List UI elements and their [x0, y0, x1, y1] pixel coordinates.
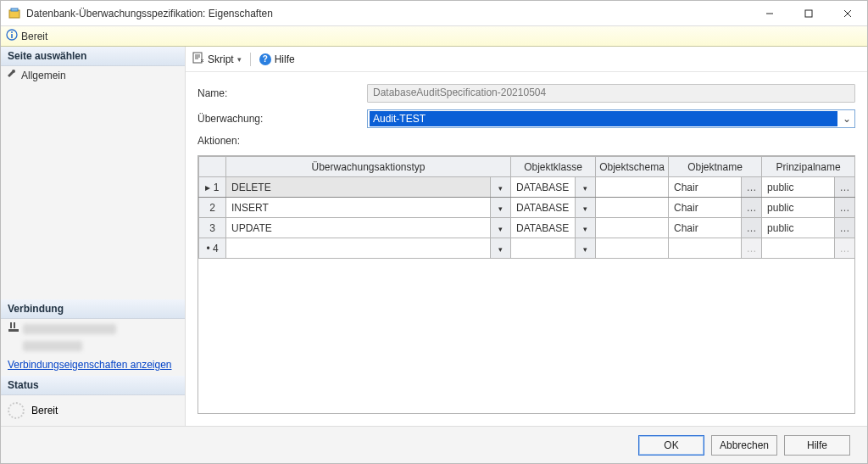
- chevron-down-icon: ▾: [498, 184, 503, 193]
- dropdown-arrow[interactable]: ▾: [491, 238, 511, 259]
- connection-info: x: [1, 319, 185, 338]
- object-class-cell[interactable]: [511, 238, 575, 258]
- name-label: Name:: [198, 87, 367, 99]
- status-spinner-icon: [8, 402, 25, 419]
- object-class-cell[interactable]: DATABASE: [511, 177, 575, 197]
- ellipsis-button[interactable]: …: [742, 218, 762, 238]
- ellipsis-button[interactable]: …: [835, 218, 855, 238]
- svg-rect-11: [14, 322, 15, 328]
- dropdown-arrow[interactable]: ▾: [576, 238, 596, 259]
- ellipsis-button[interactable]: …: [835, 198, 855, 218]
- dropdown-arrow[interactable]: ▾: [576, 218, 596, 238]
- ready-text: Bereit: [21, 31, 47, 42]
- ellipsis-button[interactable]: …: [835, 177, 855, 198]
- server-name-redacted: x: [23, 324, 116, 334]
- dropdown-arrow[interactable]: ▾: [491, 177, 511, 198]
- name-field: DatabaseAuditSpecification-20210504: [367, 84, 855, 103]
- table-row[interactable]: 3UPDATE▾DATABASE▾Chair…public…: [199, 218, 855, 238]
- help-button-footer[interactable]: Hilfe: [784, 435, 850, 456]
- action-type-cell[interactable]: UPDATE: [226, 218, 490, 238]
- wrench-icon: [8, 69, 18, 81]
- action-type-cell[interactable]: INSERT: [226, 198, 490, 217]
- sidebar-item-general[interactable]: Allgemein: [1, 66, 185, 84]
- close-button[interactable]: [828, 1, 867, 25]
- toolbar-divider: [250, 53, 251, 66]
- connection-user: x: [1, 338, 185, 354]
- object-class-cell[interactable]: DATABASE: [511, 218, 575, 238]
- row-header[interactable]: 3: [199, 218, 226, 238]
- principal-name-cell[interactable]: [762, 238, 834, 258]
- principal-name-cell[interactable]: public: [762, 198, 834, 217]
- svg-rect-10: [10, 322, 12, 328]
- svg-rect-9: [8, 329, 19, 332]
- script-label: Skript: [208, 53, 234, 65]
- row-header-blank: [199, 157, 226, 177]
- col-principal-name[interactable]: Prinzipalname: [762, 157, 855, 177]
- object-schema-cell[interactable]: [596, 177, 668, 197]
- table-row[interactable]: ▸ 1DELETE▾DATABASE▾Chair…public…: [199, 177, 855, 198]
- actions-label: Aktionen:: [198, 135, 367, 147]
- principal-name-cell[interactable]: public: [762, 218, 834, 238]
- chevron-down-icon[interactable]: ⌄: [839, 113, 854, 125]
- ok-button[interactable]: OK: [638, 435, 704, 456]
- chevron-down-icon: ▾: [583, 184, 587, 193]
- col-object-name[interactable]: Objektname: [669, 157, 762, 177]
- svg-point-7: [11, 31, 13, 33]
- action-type-cell[interactable]: DELETE: [226, 177, 490, 197]
- object-name-cell[interactable]: Chair: [669, 198, 741, 217]
- cancel-button[interactable]: Abbrechen: [711, 435, 777, 456]
- ellipsis-button[interactable]: …: [742, 198, 762, 218]
- dropdown-arrow[interactable]: ▾: [491, 218, 511, 238]
- object-schema-cell[interactable]: [596, 238, 668, 258]
- object-schema-cell[interactable]: [596, 218, 668, 238]
- actions-grid[interactable]: Überwachungsaktionstyp Objektklasse Obje…: [198, 155, 855, 414]
- dialog-window: Datenbank-Überwachungsspezifikation: Eig…: [0, 0, 868, 464]
- ellipsis-button[interactable]: …: [742, 177, 762, 198]
- form-area: Name: DatabaseAuditSpecification-2021050…: [186, 72, 867, 155]
- chevron-down-icon: ▾: [583, 225, 587, 233]
- action-type-cell[interactable]: [226, 238, 490, 258]
- col-object-schema[interactable]: Objektschema: [596, 157, 669, 177]
- row-header[interactable]: ▸ 1: [199, 177, 226, 198]
- object-name-cell[interactable]: Chair: [669, 177, 741, 197]
- object-name-cell[interactable]: Chair: [669, 218, 741, 238]
- dropdown-arrow[interactable]: ▾: [576, 177, 596, 198]
- titlebar: Datenbank-Überwachungsspezifikation: Eig…: [1, 1, 867, 26]
- row-header[interactable]: • 4: [199, 238, 226, 259]
- sidebar: Seite auswählen Allgemein Verbindung x x…: [1, 47, 186, 426]
- svg-rect-3: [805, 10, 812, 17]
- info-icon: [6, 29, 18, 43]
- table-row[interactable]: 2INSERT▾DATABASE▾Chair…public…: [199, 198, 855, 218]
- status-section-header: Status: [1, 376, 185, 395]
- minimize-button[interactable]: [750, 1, 789, 25]
- maximize-button[interactable]: [789, 1, 828, 25]
- server-icon: [8, 321, 19, 336]
- principal-name-cell[interactable]: public: [762, 177, 834, 197]
- window-title: Datenbank-Überwachungsspezifikation: Eig…: [26, 8, 750, 20]
- ellipsis-button: …: [835, 238, 855, 259]
- chevron-down-icon: ▾: [498, 225, 503, 233]
- col-action-type[interactable]: Überwachungsaktionstyp: [226, 157, 511, 177]
- select-page-header: Seite auswählen: [1, 47, 185, 66]
- col-object-class[interactable]: Objektklasse: [511, 157, 596, 177]
- object-schema-cell[interactable]: [596, 198, 668, 217]
- svg-rect-12: [193, 53, 202, 63]
- audit-combobox[interactable]: Audit-TEST ⌄: [367, 109, 855, 128]
- dropdown-arrow[interactable]: ▾: [576, 198, 596, 218]
- dialog-footer: OK Abbrechen Hilfe: [1, 426, 867, 463]
- dropdown-arrow[interactable]: ▾: [491, 198, 511, 218]
- ellipsis-button: …: [742, 238, 762, 259]
- help-button[interactable]: ? Hilfe: [259, 53, 295, 65]
- audit-selected-value: Audit-TEST: [370, 111, 837, 126]
- view-connection-properties-link[interactable]: Verbindungseigenschaften anzeigen: [1, 354, 185, 376]
- sidebar-item-label: Allgemein: [21, 70, 66, 81]
- script-icon: [192, 52, 204, 66]
- row-header[interactable]: 2: [199, 198, 226, 218]
- object-class-cell[interactable]: DATABASE: [511, 198, 575, 217]
- object-name-cell[interactable]: [669, 238, 741, 258]
- script-button[interactable]: Skript ▾: [192, 52, 242, 66]
- table-row[interactable]: • 4▾▾……: [199, 238, 855, 259]
- main-panel: Skript ▾ ? Hilfe Name: DatabaseAuditSpec…: [186, 47, 867, 426]
- connection-header: Verbindung: [1, 299, 185, 319]
- audit-label: Überwachung:: [198, 113, 367, 125]
